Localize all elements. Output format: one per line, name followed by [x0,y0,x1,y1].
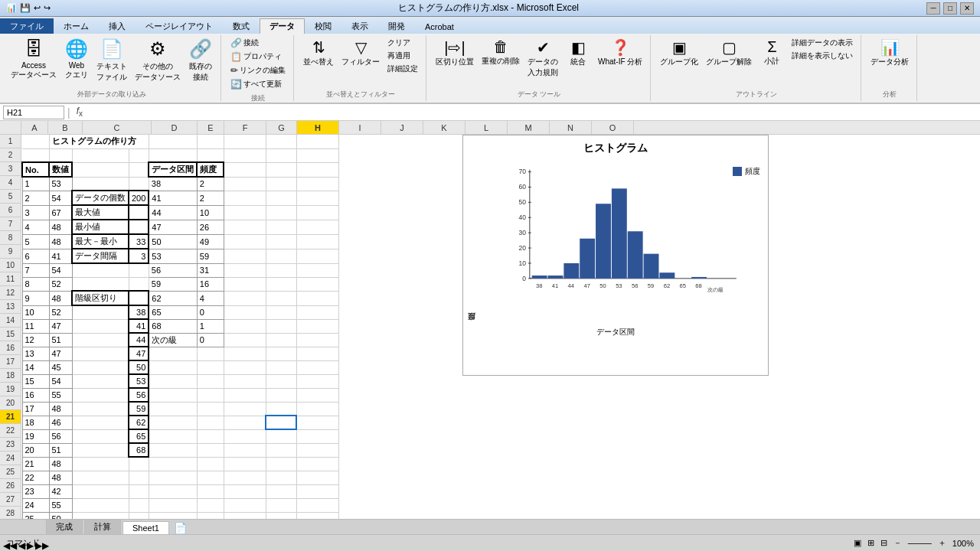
cell-e9[interactable]: 53 [149,249,197,263]
cell-d7[interactable] [129,220,149,234]
col-header-i[interactable]: I [339,121,381,134]
cell-d17[interactable]: 50 [129,360,149,374]
cell-a1[interactable] [22,135,49,148]
text-button[interactable]: 📄 テキストファイル [93,37,130,84]
reapply-button[interactable]: 再適用 [384,50,421,62]
view-page-icon[interactable]: ⊟ [880,538,887,548]
redo-icon[interactable]: ↪ [44,3,51,13]
cell-h7[interactable] [266,220,296,234]
cell-c28[interactable] [72,512,129,519]
cell-e14[interactable]: 68 [149,319,197,333]
cell-f21[interactable] [197,416,224,429]
cell-i23[interactable] [296,443,338,457]
row-header-8[interactable]: 8 [0,231,21,245]
cell-f28[interactable] [197,512,224,519]
cell-d11[interactable] [129,277,149,291]
cell-a6[interactable]: 3 [22,205,49,220]
cell-g3[interactable] [224,162,266,177]
other-sources-button[interactable]: ⚙ その他のデータソース [132,37,184,84]
row-header-7[interactable]: 7 [0,217,21,231]
cell-b18[interactable]: 54 [49,374,72,388]
cell-h3[interactable] [266,162,296,177]
cell-d25[interactable] [129,471,149,484]
cell-a7[interactable]: 4 [22,220,49,234]
cell-h24[interactable] [266,457,296,471]
cell-c3[interactable] [72,162,129,177]
cell-a28[interactable]: 25 [22,512,49,519]
cell-b17[interactable]: 45 [49,360,72,374]
data-analysis-button[interactable]: 📊 データ分析 [867,37,912,69]
cell-a17[interactable]: 14 [22,360,49,374]
tab-data[interactable]: データ [260,18,305,34]
cell-a5[interactable]: 2 [22,191,49,205]
cell-g20[interactable] [224,402,266,416]
cell-e15[interactable]: 次の級 [149,333,197,347]
cell-a23[interactable]: 20 [22,443,49,457]
cell-i28[interactable] [296,512,338,519]
cell-d20[interactable]: 59 [129,402,149,416]
cell-e22[interactable] [149,429,197,443]
cell-h2[interactable] [266,148,296,162]
cell-d19[interactable]: 56 [129,388,149,402]
cell-f4[interactable]: 2 [197,177,224,191]
view-layout-icon[interactable]: ⊞ [867,538,874,548]
prev-sheets-button[interactable]: ◀◀ [3,540,17,551]
cell-h21[interactable] [266,416,296,429]
cell-d21[interactable]: 62 [129,416,149,429]
cell-i26[interactable] [296,484,338,498]
cell-a8[interactable]: 5 [22,234,49,249]
col-header-o[interactable]: O [592,121,634,134]
cell-e26[interactable] [149,484,197,498]
prev-sheet-button[interactable]: ◀ [18,540,25,551]
cell-g24[interactable] [224,457,266,471]
cell-f10[interactable]: 31 [197,263,224,277]
cell-f7[interactable]: 26 [197,220,224,234]
cell-c27[interactable] [72,498,129,512]
cell-f9[interactable]: 59 [197,249,224,263]
cell-e20[interactable] [149,402,197,416]
cell-e5[interactable]: 41 [149,191,197,205]
tab-dev[interactable]: 開発 [378,18,415,34]
cell-b6[interactable]: 67 [49,205,72,220]
cell-g22[interactable] [224,429,266,443]
cell-e6[interactable]: 44 [149,205,197,220]
cell-e2[interactable] [149,148,197,162]
cell-a4[interactable]: 1 [22,177,49,191]
cell-h17[interactable] [266,360,296,374]
col-header-j[interactable]: J [381,121,423,134]
cell-d10[interactable] [129,263,149,277]
tab-formulas[interactable]: 数式 [223,18,260,34]
cell-g8[interactable] [224,234,266,249]
cell-h18[interactable] [266,374,296,388]
cell-f22[interactable] [197,429,224,443]
row-header-5[interactable]: 5 [0,190,21,204]
cell-i10[interactable] [296,263,338,277]
row-header-17[interactable]: 17 [0,355,21,369]
cell-b24[interactable]: 48 [49,457,72,471]
cell-e21[interactable] [149,416,197,429]
remove-duplicates-button[interactable]: 🗑 重複の削除 [479,37,523,68]
cell-d9[interactable]: 3 [129,249,149,263]
sheet-tab-kansei[interactable]: 完成 [46,519,83,534]
cell-g28[interactable] [224,512,266,519]
cell-g25[interactable] [224,471,266,484]
cell-d6[interactable] [129,205,149,220]
cell-h11[interactable] [266,277,296,291]
cell-i20[interactable] [296,402,338,416]
cell-a22[interactable]: 19 [22,429,49,443]
cell-g12[interactable] [224,291,266,305]
properties-button[interactable]: 📋プロパティ [227,51,285,63]
cell-b22[interactable]: 56 [49,429,72,443]
next-sheets-button[interactable]: ▶▶ [35,540,49,551]
row-header-11[interactable]: 11 [0,272,21,286]
cell-b25[interactable]: 48 [49,471,72,484]
cell-c25[interactable] [72,471,129,484]
cell-f2[interactable] [197,148,224,162]
cell-a15[interactable]: 12 [22,333,49,347]
cell-d3[interactable] [129,162,149,177]
group-button[interactable]: ▣ グループ化 [657,37,701,69]
tab-view[interactable]: 表示 [341,18,378,34]
cell-a21[interactable]: 18 [22,416,49,429]
cell-d8[interactable]: 33 [129,234,149,249]
col-header-f[interactable]: F [224,121,266,134]
